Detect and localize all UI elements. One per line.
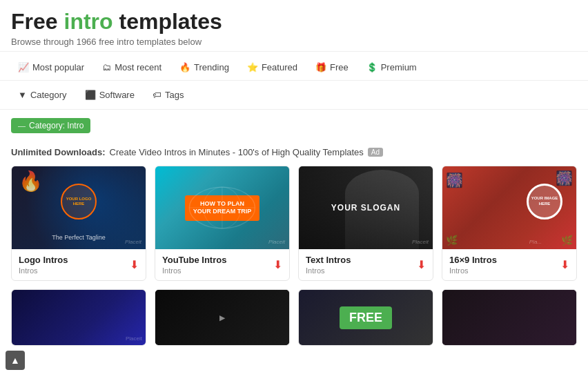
card-info-4: 16×9 Intros Intros ⬇	[442, 249, 576, 280]
nav-free[interactable]: 🎁 Free	[308, 59, 355, 76]
fire-icon: 🔥	[179, 62, 190, 72]
card-title-3: Text Intros	[306, 255, 351, 265]
star-icon: ⭐	[247, 62, 258, 72]
nav-featured[interactable]: ⭐ Featured	[240, 59, 304, 76]
card-category-2: Intros	[162, 266, 226, 275]
category-badge-close[interactable]: —	[18, 121, 26, 130]
template-card-text-intros[interactable]: YOUR SLOGAN Placeit Text Intros Intros ⬇	[298, 166, 433, 281]
sub-nav-tags[interactable]: 🏷 Tags	[146, 86, 190, 104]
nav-free-label: Free	[330, 62, 349, 72]
placeit-watermark-3: Placeit	[412, 239, 429, 245]
placeit-watermark-2: Placeit	[268, 239, 285, 245]
bottom-card-1[interactable]: Placeit	[11, 289, 146, 346]
download-icon-3[interactable]: ⬇	[417, 258, 426, 271]
ad-bar-text: Create Video Intros in Minutes - 100's o…	[110, 147, 364, 157]
bottom-card-3[interactable]: FREE	[298, 289, 433, 346]
recent-icon: 🗂	[102, 62, 111, 72]
content-area: — Category: Intro Unlimited Downloads: C…	[0, 110, 588, 354]
nav-most-recent-label: Most recent	[115, 62, 161, 72]
page-subtitle: Browse through 1966 free intro templates…	[11, 37, 577, 47]
logo-text: YOUR LOGO HERE	[62, 197, 95, 206]
bottom-thumbnail-3: FREE	[299, 290, 433, 345]
template-card-logo-intros[interactable]: 🔥 YOUR LOGO HERE The Perfect Tagline Pla…	[11, 166, 146, 281]
bottom-templates-grid: Placeit ▶ FREE	[11, 289, 577, 346]
card-category-3: Intros	[306, 266, 351, 275]
main-nav: 📈 Most popular 🗂 Most recent 🔥 Trending …	[0, 52, 588, 81]
category-badge-label: Category: Intro	[29, 121, 84, 130]
download-icon-1[interactable]: ⬇	[130, 258, 139, 271]
card-info-1: Logo Intros Intros ⬇	[12, 249, 146, 280]
nav-trending-label: Trending	[194, 62, 229, 72]
placeit-watermark-4: Pla...	[529, 239, 542, 245]
bottom-card-2[interactable]: ▶	[155, 289, 290, 346]
title-highlight: intro	[63, 9, 112, 34]
card-title-1: Logo Intros	[19, 255, 68, 265]
filter-icon: ▼	[18, 90, 27, 100]
template-card-16x9-intros[interactable]: 🎆 🎆 🌿 🌿 YOUR IMAGE HERE Pla... 16×9 Intr…	[442, 166, 577, 281]
placeit-watermark-1: Placeit	[125, 239, 141, 245]
ad-bar: Unlimited Downloads: Create Video Intros…	[11, 147, 577, 157]
logo-circle: YOUR LOGO HERE	[61, 184, 97, 219]
card-category-1: Intros	[19, 266, 68, 275]
ad-badge: Ad	[368, 148, 383, 157]
sub-nav-category-label: Category	[30, 90, 67, 100]
bottom-card-4[interactable]	[442, 289, 577, 346]
image-circle: YOUR IMAGE HERE	[527, 184, 562, 219]
card-thumbnail-3: YOUR SLOGAN Placeit	[299, 166, 433, 249]
software-icon: ⬛	[85, 90, 96, 100]
card-category-4: Intros	[449, 266, 497, 275]
card-title-4: 16×9 Intros	[449, 255, 497, 265]
card-info-3: Text Intros Intros ⬇	[299, 249, 433, 280]
slogan-text: YOUR SLOGAN	[331, 203, 400, 213]
scroll-up-icon: ▲	[10, 355, 20, 366]
free-badge: FREE	[340, 306, 392, 329]
card-thumbnail-1: 🔥 YOUR LOGO HERE The Perfect Tagline Pla…	[12, 166, 146, 249]
template-card-youtube-intros[interactable]: HOW TO PLAN YOUR DREAM TRIP Placeit YouT…	[155, 166, 290, 281]
page-title: Free intro templates	[11, 10, 577, 34]
title-suffix: templates	[113, 9, 222, 34]
fire-decoration: 🔥	[19, 170, 43, 193]
nav-trending[interactable]: 🔥 Trending	[173, 59, 236, 76]
dollar-icon: 💲	[366, 62, 378, 72]
page-header: Free intro templates Browse through 1966…	[0, 0, 588, 52]
card-thumbnail-4: 🎆 🎆 🌿 🌿 YOUR IMAGE HERE Pla...	[442, 166, 576, 249]
chart-icon: 📈	[18, 62, 29, 72]
scroll-to-top-button[interactable]: ▲	[6, 351, 25, 370]
card-thumbnail-2: HOW TO PLAN YOUR DREAM TRIP Placeit	[155, 166, 289, 249]
card-info-2: YouTube Intros Intros ⬇	[155, 249, 289, 280]
nav-premium-label: Premium	[381, 62, 417, 72]
sub-nav-software-label: Software	[99, 90, 135, 100]
ad-bar-bold: Unlimited Downloads:	[11, 147, 106, 157]
bottom-thumbnail-4	[442, 290, 576, 345]
category-filter-badge[interactable]: — Category: Intro	[11, 118, 90, 133]
sub-nav: ▼ Category ⬛ Software 🏷 Tags	[0, 81, 588, 110]
nav-featured-label: Featured	[262, 62, 297, 72]
nav-most-popular[interactable]: 📈 Most popular	[11, 59, 91, 76]
download-icon-4[interactable]: ⬇	[560, 258, 569, 271]
nav-most-recent[interactable]: 🗂 Most recent	[95, 59, 168, 76]
nav-premium[interactable]: 💲 Premium	[360, 59, 424, 76]
gift-icon: 🎁	[315, 62, 326, 72]
img-here-text: YOUR IMAGE HERE	[529, 196, 560, 207]
tag-icon: 🏷	[153, 90, 161, 100]
download-icon-2[interactable]: ⬇	[273, 258, 282, 271]
sub-nav-category[interactable]: ▼ Category	[11, 86, 74, 104]
nav-most-popular-label: Most popular	[32, 62, 84, 72]
sub-nav-tags-label: Tags	[165, 90, 184, 100]
bottom-thumbnail-2: ▶	[155, 290, 289, 345]
bottom-thumbnail-1: Placeit	[12, 290, 146, 345]
map-svg	[175, 179, 269, 237]
title-prefix: Free	[11, 9, 63, 34]
templates-grid: 🔥 YOUR LOGO HERE The Perfect Tagline Pla…	[11, 166, 577, 281]
sub-nav-software[interactable]: ⬛ Software	[78, 86, 141, 104]
card-title-2: YouTube Intros	[162, 255, 226, 265]
